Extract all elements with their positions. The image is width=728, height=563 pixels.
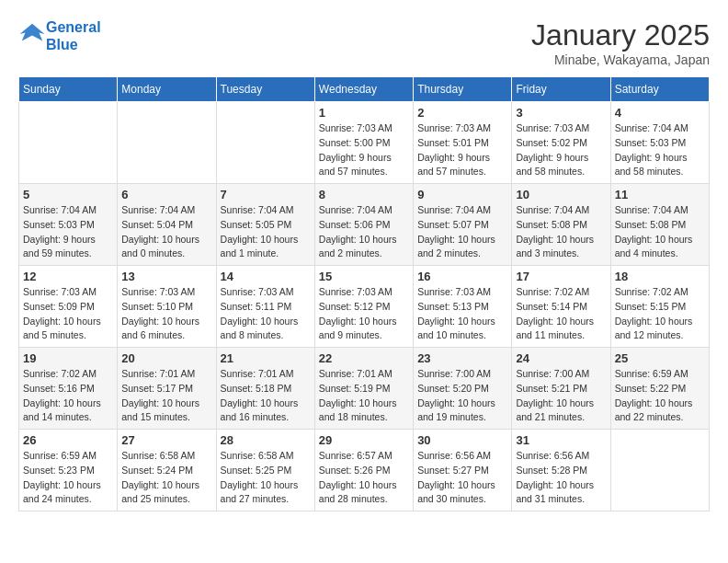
logo: General Blue: [18, 18, 101, 53]
calendar-day-cell: 6Sunrise: 7:04 AMSunset: 5:04 PMDaylight…: [118, 184, 216, 266]
day-number: 23: [417, 351, 507, 365]
calendar-day-cell: 4Sunrise: 7:04 AMSunset: 5:03 PMDaylight…: [610, 102, 709, 184]
day-info: Sunrise: 7:02 AMSunset: 5:15 PMDaylight:…: [615, 285, 705, 343]
day-info: Sunrise: 6:56 AMSunset: 5:27 PMDaylight:…: [417, 449, 507, 507]
calendar-day-cell: 27Sunrise: 6:58 AMSunset: 5:24 PMDayligh…: [118, 430, 216, 511]
day-info: Sunrise: 7:03 AMSunset: 5:00 PMDaylight:…: [319, 121, 409, 179]
day-info: Sunrise: 7:04 AMSunset: 5:08 PMDaylight:…: [615, 203, 705, 261]
calendar-day-cell: [118, 102, 216, 184]
calendar-day-cell: 30Sunrise: 6:56 AMSunset: 5:27 PMDayligh…: [414, 430, 512, 511]
calendar-day-cell: 24Sunrise: 7:00 AMSunset: 5:21 PMDayligh…: [512, 348, 610, 430]
calendar-day-cell: 3Sunrise: 7:03 AMSunset: 5:02 PMDaylight…: [512, 102, 610, 184]
calendar-day-cell: 15Sunrise: 7:03 AMSunset: 5:12 PMDayligh…: [314, 266, 413, 348]
calendar-week-row: 1Sunrise: 7:03 AMSunset: 5:00 PMDaylight…: [19, 102, 710, 184]
calendar-week-row: 26Sunrise: 6:59 AMSunset: 5:23 PMDayligh…: [19, 430, 710, 511]
day-number: 7: [221, 188, 311, 201]
day-number: 13: [121, 270, 211, 283]
calendar-day-cell: 26Sunrise: 6:59 AMSunset: 5:23 PMDayligh…: [19, 430, 118, 511]
calendar-day-cell: 29Sunrise: 6:57 AMSunset: 5:26 PMDayligh…: [314, 430, 413, 511]
day-info: Sunrise: 7:03 AMSunset: 5:02 PMDaylight:…: [516, 121, 606, 179]
day-number: 9: [417, 188, 507, 201]
calendar-day-cell: 20Sunrise: 7:01 AMSunset: 5:17 PMDayligh…: [118, 348, 216, 430]
calendar-day-cell: 13Sunrise: 7:03 AMSunset: 5:10 PMDayligh…: [118, 266, 216, 348]
day-info: Sunrise: 7:03 AMSunset: 5:01 PMDaylight:…: [417, 121, 507, 179]
weekday-header-row: SundayMondayTuesdayWednesdayThursdayFrid…: [19, 77, 710, 102]
day-info: Sunrise: 7:03 AMSunset: 5:11 PMDaylight:…: [221, 285, 311, 343]
calendar-day-cell: [216, 102, 314, 184]
day-number: 16: [417, 270, 507, 283]
logo-bird-icon: [18, 20, 46, 48]
day-number: 2: [417, 106, 507, 120]
day-number: 28: [221, 433, 311, 447]
calendar-day-cell: 19Sunrise: 7:02 AMSunset: 5:16 PMDayligh…: [19, 348, 118, 430]
day-number: 11: [615, 188, 705, 201]
calendar-day-cell: 11Sunrise: 7:04 AMSunset: 5:08 PMDayligh…: [610, 184, 709, 266]
day-number: 30: [417, 433, 507, 447]
calendar-day-cell: 5Sunrise: 7:04 AMSunset: 5:03 PMDaylight…: [19, 184, 118, 266]
day-number: 20: [121, 351, 211, 365]
day-number: 4: [615, 106, 705, 120]
weekday-header-cell: Thursday: [414, 77, 512, 102]
day-number: 26: [23, 433, 113, 447]
calendar-day-cell: 16Sunrise: 7:03 AMSunset: 5:13 PMDayligh…: [414, 266, 512, 348]
calendar-day-cell: 9Sunrise: 7:04 AMSunset: 5:07 PMDaylight…: [414, 184, 512, 266]
calendar-week-row: 19Sunrise: 7:02 AMSunset: 5:16 PMDayligh…: [19, 348, 710, 430]
day-number: 5: [23, 188, 113, 201]
month-title: January 2025: [531, 18, 710, 52]
day-info: Sunrise: 7:04 AMSunset: 5:07 PMDaylight:…: [417, 203, 507, 261]
day-info: Sunrise: 7:01 AMSunset: 5:18 PMDaylight:…: [221, 367, 311, 425]
day-number: 10: [516, 188, 606, 201]
day-info: Sunrise: 6:57 AMSunset: 5:26 PMDaylight:…: [319, 449, 409, 507]
calendar-day-cell: 2Sunrise: 7:03 AMSunset: 5:01 PMDaylight…: [414, 102, 512, 184]
day-number: 29: [319, 433, 409, 447]
day-info: Sunrise: 6:58 AMSunset: 5:25 PMDaylight:…: [221, 449, 311, 507]
weekday-header-cell: Sunday: [19, 77, 118, 102]
calendar-day-cell: 7Sunrise: 7:04 AMSunset: 5:05 PMDaylight…: [216, 184, 314, 266]
calendar-day-cell: 18Sunrise: 7:02 AMSunset: 5:15 PMDayligh…: [610, 266, 709, 348]
calendar-week-row: 5Sunrise: 7:04 AMSunset: 5:03 PMDaylight…: [19, 184, 710, 266]
page-header: General Blue January 2025 Minabe, Wakaya…: [18, 18, 710, 67]
calendar-body: 1Sunrise: 7:03 AMSunset: 5:00 PMDaylight…: [19, 102, 710, 511]
day-number: 3: [516, 106, 606, 120]
day-number: 22: [319, 351, 409, 365]
day-number: 31: [516, 433, 606, 447]
day-info: Sunrise: 7:00 AMSunset: 5:20 PMDaylight:…: [417, 367, 507, 425]
day-number: 24: [516, 351, 606, 365]
calendar-day-cell: 17Sunrise: 7:02 AMSunset: 5:14 PMDayligh…: [512, 266, 610, 348]
day-info: Sunrise: 7:01 AMSunset: 5:19 PMDaylight:…: [319, 367, 409, 425]
day-info: Sunrise: 7:01 AMSunset: 5:17 PMDaylight:…: [121, 367, 211, 425]
day-info: Sunrise: 7:03 AMSunset: 5:09 PMDaylight:…: [23, 285, 113, 343]
calendar-day-cell: 10Sunrise: 7:04 AMSunset: 5:08 PMDayligh…: [512, 184, 610, 266]
day-number: 8: [319, 188, 409, 201]
calendar-table: SundayMondayTuesdayWednesdayThursdayFrid…: [18, 76, 710, 511]
day-info: Sunrise: 7:03 AMSunset: 5:12 PMDaylight:…: [319, 285, 409, 343]
day-number: 18: [615, 270, 705, 283]
logo-text: General Blue: [46, 18, 101, 53]
title-area: January 2025 Minabe, Wakayama, Japan: [531, 18, 710, 67]
day-info: Sunrise: 7:04 AMSunset: 5:03 PMDaylight:…: [615, 121, 705, 179]
day-number: 21: [221, 351, 311, 365]
day-info: Sunrise: 7:02 AMSunset: 5:14 PMDaylight:…: [516, 285, 606, 343]
weekday-header-cell: Tuesday: [216, 77, 314, 102]
calendar-day-cell: 14Sunrise: 7:03 AMSunset: 5:11 PMDayligh…: [216, 266, 314, 348]
day-info: Sunrise: 7:04 AMSunset: 5:04 PMDaylight:…: [121, 203, 211, 261]
calendar-day-cell: 23Sunrise: 7:00 AMSunset: 5:20 PMDayligh…: [414, 348, 512, 430]
day-number: 27: [121, 433, 211, 447]
day-info: Sunrise: 6:59 AMSunset: 5:22 PMDaylight:…: [615, 367, 705, 425]
day-info: Sunrise: 7:04 AMSunset: 5:03 PMDaylight:…: [23, 203, 113, 261]
day-info: Sunrise: 6:56 AMSunset: 5:28 PMDaylight:…: [516, 449, 606, 507]
calendar-day-cell: 31Sunrise: 6:56 AMSunset: 5:28 PMDayligh…: [512, 430, 610, 511]
calendar-day-cell: 25Sunrise: 6:59 AMSunset: 5:22 PMDayligh…: [610, 348, 709, 430]
day-info: Sunrise: 6:58 AMSunset: 5:24 PMDaylight:…: [121, 449, 211, 507]
weekday-header-cell: Monday: [118, 77, 216, 102]
calendar-day-cell: 22Sunrise: 7:01 AMSunset: 5:19 PMDayligh…: [314, 348, 413, 430]
day-number: 25: [615, 351, 705, 365]
day-info: Sunrise: 6:59 AMSunset: 5:23 PMDaylight:…: [23, 449, 113, 507]
calendar-day-cell: 28Sunrise: 6:58 AMSunset: 5:25 PMDayligh…: [216, 430, 314, 511]
calendar-day-cell: [19, 102, 118, 184]
day-number: 14: [221, 270, 311, 283]
day-info: Sunrise: 7:04 AMSunset: 5:05 PMDaylight:…: [221, 203, 311, 261]
calendar-day-cell: [610, 430, 709, 511]
calendar-day-cell: 21Sunrise: 7:01 AMSunset: 5:18 PMDayligh…: [216, 348, 314, 430]
calendar-day-cell: 8Sunrise: 7:04 AMSunset: 5:06 PMDaylight…: [314, 184, 413, 266]
